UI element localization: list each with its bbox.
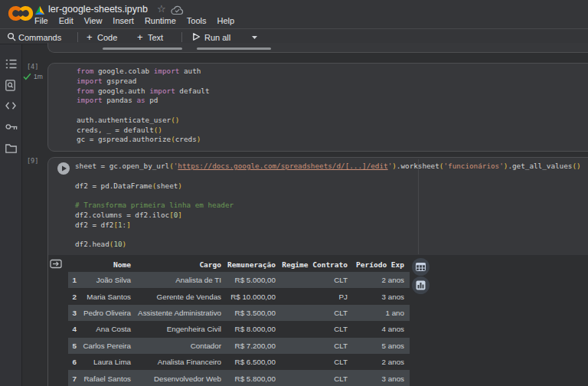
chart-suggest-button[interactable]	[412, 276, 430, 294]
column-header: Nome	[80, 257, 134, 272]
table-row: 7Rafael SantosDesenvolvedor WebR$ 5.800,…	[68, 370, 410, 386]
success-check-icon	[23, 73, 31, 80]
plus-icon: +	[87, 31, 93, 43]
cloud-saved-icon[interactable]	[171, 5, 184, 15]
execution-time: 1m	[34, 73, 43, 80]
menu-runtime[interactable]: Runtime	[145, 16, 176, 25]
drive-icon	[34, 5, 45, 15]
add-code-button[interactable]: Code	[97, 33, 117, 42]
code-editor[interactable]: sheet = gc.open_by_url('https://docs.goo…	[75, 162, 581, 250]
add-text-button[interactable]: Text	[148, 33, 163, 42]
menu-tools[interactable]: Tools	[187, 16, 207, 25]
titlebar: ler-google-sheets.ipynb ☆ FileEditViewIn…	[0, 0, 588, 29]
menu-insert[interactable]: Insert	[113, 16, 134, 25]
menubar: FileEditViewInsertRuntimeToolsHelp	[34, 16, 234, 25]
notebook-filename[interactable]: ler-google-sheets.ipynb	[48, 4, 148, 15]
scrollbar-thumb[interactable]	[197, 47, 271, 50]
toolbar: Commands + Code + Text Run all	[0, 29, 588, 44]
menu-edit[interactable]: Edit	[59, 16, 74, 25]
table-icon	[416, 263, 426, 271]
table-row: 3Pedro OliveiraAssistente Administrativo…	[68, 305, 410, 321]
code-editor[interactable]: from google.colab import auth import gsp…	[77, 67, 210, 145]
table-of-contents-icon[interactable]	[5, 59, 17, 69]
dataframe-table: NomeCargoRemuneraçãoRegime ContratoPerío…	[68, 257, 410, 386]
execution-count: [4]	[27, 63, 38, 70]
find-replace-icon[interactable]	[5, 80, 15, 91]
run-all-icon	[192, 32, 201, 41]
code-cell-9[interactable]: sheet = gc.open_by_url('https://docs.goo…	[47, 157, 588, 386]
colab-logo-icon[interactable]	[5, 2, 36, 25]
interactive-table-toggle-icon[interactable]	[50, 258, 62, 270]
commands-button[interactable]: Commands	[18, 33, 61, 42]
table-row: 1João SilvaAnalista de TIR$ 5.000,00CLT2…	[68, 272, 410, 288]
colab-window: ler-google-sheets.ipynb ☆ FileEditViewIn…	[0, 0, 588, 386]
code-snippets-icon[interactable]	[5, 102, 16, 110]
code-cell-4[interactable]: from google.colab import auth import gsp…	[47, 63, 588, 152]
search-icon	[7, 32, 16, 41]
table-row: 2Maria SantosGerente de VendasR$ 10.000,…	[68, 288, 410, 304]
star-icon[interactable]: ☆	[157, 3, 166, 15]
column-header: Remuneração	[224, 257, 279, 272]
chart-icon	[416, 280, 426, 290]
table-header-row: NomeCargoRemuneraçãoRegime ContratoPerío…	[68, 257, 410, 272]
menu-file[interactable]: File	[34, 16, 48, 25]
column-header: Cargo	[134, 257, 224, 272]
scrollbar-thumb[interactable]	[103, 47, 182, 50]
menu-help[interactable]: Help	[217, 16, 235, 25]
execution-count: [9]	[27, 157, 38, 165]
run-all-button[interactable]: Run all	[204, 33, 230, 42]
left-sidebar	[0, 44, 22, 386]
partial-cell	[47, 43, 588, 53]
chevron-down-icon[interactable]	[252, 36, 257, 39]
files-folder-icon[interactable]	[5, 144, 17, 153]
toolbar-separator	[77, 32, 78, 42]
table-row: 6Laura LimaAnalista FinanceiroR$ 6.500,0…	[68, 354, 410, 370]
run-cell-button[interactable]	[57, 162, 70, 175]
cell-output: NomeCargoRemuneraçãoRegime ContratoPerío…	[48, 255, 588, 386]
menu-view[interactable]: View	[84, 16, 103, 25]
table-row: 4Ana CostaEngenheira CivilR$ 8.000,00CLT…	[68, 321, 410, 337]
secrets-key-icon[interactable]	[5, 123, 18, 130]
column-header: Regime Contrato	[279, 257, 351, 272]
plus-icon: +	[137, 31, 143, 43]
table-view-button[interactable]	[412, 258, 430, 276]
toolbar-separator	[181, 32, 182, 42]
column-header: Período Exp	[351, 257, 410, 272]
table-row: 5Carlos PereiraContadorR$ 7.200,00CLT5 a…	[68, 338, 410, 354]
